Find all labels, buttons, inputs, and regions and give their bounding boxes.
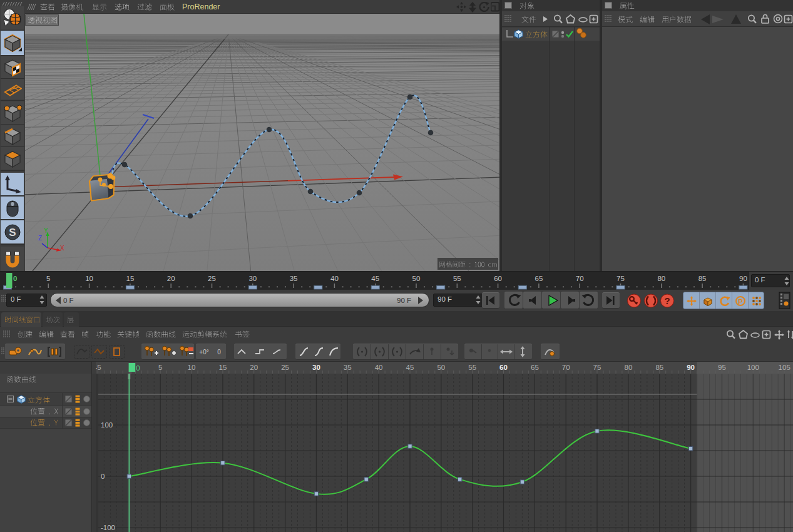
svg-text:5: 5	[158, 364, 162, 371]
svg-text:10: 10	[85, 275, 93, 282]
svg-text:75: 75	[593, 364, 601, 371]
svg-text:80: 80	[625, 364, 633, 371]
svg-text:50: 50	[437, 364, 445, 371]
svg-text:85: 85	[698, 275, 707, 282]
svg-text:30: 30	[312, 364, 320, 371]
svg-text:65: 65	[531, 364, 539, 371]
svg-text:60: 60	[494, 275, 502, 282]
svg-text:65: 65	[535, 275, 543, 282]
svg-text:60: 60	[499, 364, 508, 371]
svg-text:0: 0	[136, 364, 140, 372]
svg-text:Y: Y	[44, 227, 48, 234]
svg-text:50: 50	[412, 275, 421, 282]
svg-text:55: 55	[468, 364, 476, 371]
svg-text:100: 100	[101, 421, 113, 429]
svg-text:75: 75	[616, 275, 625, 282]
svg-text:+0°: +0°	[199, 349, 208, 356]
svg-text:55: 55	[453, 275, 461, 282]
svg-text:70: 70	[562, 364, 570, 371]
svg-text:70: 70	[576, 275, 584, 282]
svg-text:0: 0	[217, 349, 221, 356]
svg-text:0: 0	[101, 473, 105, 480]
svg-text:S: S	[9, 227, 16, 238]
svg-text:40: 40	[375, 364, 383, 371]
svg-text:45: 45	[406, 364, 414, 371]
svg-text:105: 105	[779, 364, 790, 371]
svg-text:35: 35	[344, 364, 352, 371]
svg-text:15: 15	[126, 275, 135, 282]
svg-text:-100: -100	[101, 524, 115, 531]
svg-text:80: 80	[657, 275, 665, 282]
svg-text:100: 100	[747, 364, 759, 371]
svg-text:-5: -5	[96, 364, 101, 371]
svg-text:20: 20	[167, 275, 175, 282]
svg-text:95: 95	[718, 364, 726, 371]
svg-text:45: 45	[371, 275, 379, 282]
svg-text:15: 15	[219, 364, 227, 371]
svg-text:90: 90	[687, 364, 695, 371]
svg-text:25: 25	[208, 275, 216, 282]
svg-text:40: 40	[330, 275, 339, 282]
svg-text:?: ?	[664, 295, 670, 306]
svg-text:5: 5	[46, 275, 50, 282]
svg-text:20: 20	[250, 364, 258, 371]
svg-text:Z: Z	[38, 235, 42, 242]
svg-text:35: 35	[290, 275, 298, 282]
svg-text:P: P	[738, 298, 743, 305]
svg-text:25: 25	[281, 364, 289, 371]
svg-text:0: 0	[13, 275, 17, 282]
svg-text:30: 30	[248, 275, 257, 282]
svg-text:85: 85	[655, 364, 663, 371]
svg-text:10: 10	[188, 364, 196, 371]
svg-text:X: X	[60, 245, 64, 252]
svg-text:90: 90	[739, 275, 747, 282]
